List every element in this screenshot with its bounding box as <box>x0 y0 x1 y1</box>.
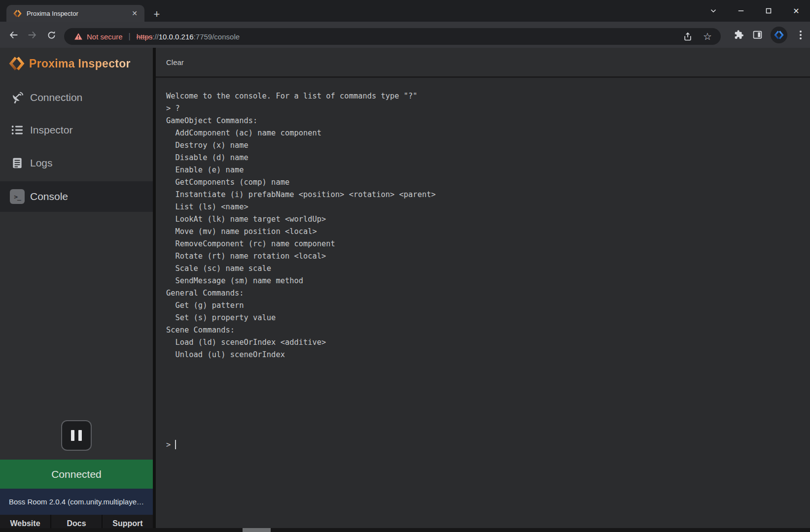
connection-status-bar: Connected <box>0 460 153 489</box>
extensions-button[interactable] <box>733 30 744 40</box>
proxima-logo-icon <box>9 56 25 71</box>
url-host: 10.0.0.216 <box>159 33 194 41</box>
back-arrow-icon <box>8 30 19 40</box>
scrollbar-thumb[interactable] <box>243 528 271 532</box>
browser-window: Proxima Inspector ✕ + ✕ <box>0 0 810 532</box>
not-secure-label[interactable]: Not secure <box>87 33 123 41</box>
proxima-favicon-icon <box>13 9 22 18</box>
prompt-symbol: > <box>166 440 171 449</box>
pause-icon <box>78 430 82 441</box>
console-output-text: Welcome to the console. For a list of co… <box>156 78 436 361</box>
star-icon: ☆ <box>703 32 712 41</box>
url-path: :7759/console <box>194 33 240 41</box>
toolbar-right-icons <box>733 22 806 48</box>
browser-titlebar: Proxima Inspector ✕ + ✕ <box>0 0 810 22</box>
reload-button[interactable] <box>42 26 60 44</box>
sidebar: Proxima Inspector Connection <box>0 48 153 532</box>
satellite-dish-icon <box>10 90 25 105</box>
proxima-inspector-page: Proxima Inspector Connection <box>0 48 810 532</box>
url-separator: :// <box>152 33 159 41</box>
sidebar-item-console[interactable]: >_ Console <box>0 181 153 212</box>
document-lines-icon <box>10 156 25 170</box>
warning-triangle-icon <box>74 32 83 41</box>
project-info-label: Boss Room 2.0.4 (com.unity.multiplaye… <box>9 498 144 506</box>
close-window-button[interactable]: ✕ <box>782 0 810 22</box>
terminal-icon: >_ <box>10 189 25 204</box>
app-title: Proxima Inspector <box>29 57 131 70</box>
maximize-button[interactable] <box>755 0 782 22</box>
address-divider: | <box>129 32 131 41</box>
back-button[interactable] <box>5 26 23 44</box>
proxima-extension-button[interactable] <box>771 27 787 43</box>
app-logo: Proxima Inspector <box>9 53 131 74</box>
pause-button[interactable] <box>61 420 92 451</box>
address-bar[interactable]: Not secure | https://10.0.0.216:7759/con… <box>64 28 721 45</box>
sidebar-item-label: Console <box>30 191 68 202</box>
browser-menu-button[interactable] <box>795 30 806 40</box>
proxima-blue-icon <box>774 30 784 40</box>
side-panel-icon <box>752 30 763 40</box>
connection-status-label: Connected <box>51 468 102 480</box>
text-cursor <box>175 440 176 449</box>
forward-arrow-icon <box>27 30 37 40</box>
reload-icon <box>46 30 57 40</box>
share-icon <box>683 32 693 41</box>
bookmark-star-button[interactable]: ☆ <box>702 31 713 42</box>
project-info-bar: Boss Room 2.0.4 (com.unity.multiplaye… <box>0 489 153 515</box>
sidebar-item-logs[interactable]: Logs <box>0 148 153 178</box>
side-panel-button[interactable] <box>752 30 763 40</box>
sidebar-item-connection[interactable]: Connection <box>0 82 153 113</box>
new-tab-button[interactable]: + <box>150 8 163 21</box>
tab-search-chevron-icon[interactable] <box>700 0 727 22</box>
window-controls: ✕ <box>700 0 810 22</box>
horizontal-scrollbar[interactable] <box>0 528 810 532</box>
url-scheme: https <box>137 33 153 41</box>
console-prompt[interactable]: > <box>156 438 176 451</box>
tab-close-icon[interactable]: ✕ <box>130 8 140 18</box>
browser-toolbar: Not secure | https://10.0.0.216:7759/con… <box>0 22 810 48</box>
console-toolbar: Clear <box>156 48 810 76</box>
forward-button[interactable] <box>23 26 41 44</box>
clear-button[interactable]: Clear <box>166 58 184 66</box>
console-panel: Clear Welcome to the console. For a list… <box>156 48 810 532</box>
minimize-button[interactable] <box>727 0 755 22</box>
sidebar-item-label: Logs <box>30 157 53 169</box>
list-icon <box>10 123 25 137</box>
puzzle-icon <box>734 30 744 40</box>
sidebar-item-label: Inspector <box>30 124 72 136</box>
url-text[interactable]: https://10.0.0.216:7759/console <box>137 33 682 41</box>
browser-tab[interactable]: Proxima Inspector ✕ <box>6 5 144 22</box>
sidebar-item-label: Connection <box>30 92 82 103</box>
sidebar-item-inspector[interactable]: Inspector <box>0 115 153 145</box>
tab-title: Proxima Inspector <box>27 10 130 17</box>
share-button[interactable] <box>682 31 693 42</box>
pause-icon <box>71 430 74 441</box>
